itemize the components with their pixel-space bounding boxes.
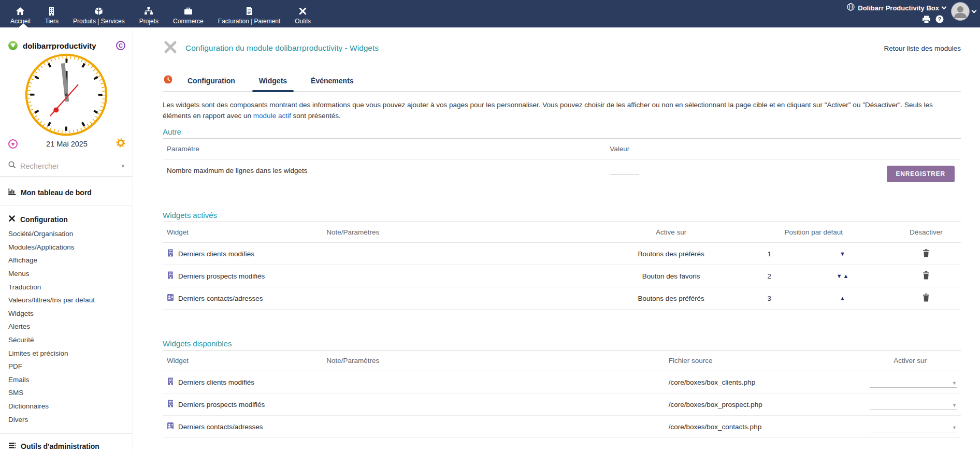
max-lines-input[interactable] <box>610 166 639 175</box>
chevron-down-icon: ▼ <box>952 381 957 386</box>
globe-icon <box>847 3 855 12</box>
table-row: Derniers clients modifiés Boutons des pr… <box>163 243 961 265</box>
move-up-icon[interactable]: ▲ <box>840 295 846 301</box>
nav-label: Tiers <box>45 18 59 25</box>
nav-item-facturation[interactable]: Facturation | Paiement <box>211 0 288 27</box>
section-heading-widgets-disponibles: Widgets disponibles <box>163 339 961 348</box>
section-heading-autre: Autre <box>163 127 961 136</box>
sidebar-section-label: Configuration <box>20 215 68 224</box>
module-clock-icon <box>164 75 172 86</box>
position-value: 2 <box>740 272 799 280</box>
table-row: Derniers prospects modifiés Bouton des f… <box>163 265 961 287</box>
tab-configuration[interactable]: Configuration <box>176 77 247 91</box>
active-menu-pointer <box>19 23 28 27</box>
chevron-down-icon <box>972 8 977 13</box>
sidebar-section-configuration[interactable]: Configuration <box>0 215 133 224</box>
sidebar-item-societe[interactable]: Société/Organisation <box>0 227 133 241</box>
widget-note <box>322 393 607 416</box>
sidebar-item-emails[interactable]: Emails <box>0 373 133 387</box>
nav-item-projets[interactable]: Projets <box>132 0 166 27</box>
sidebar-item-sms[interactable]: SMS <box>0 386 133 400</box>
nav-item-outils[interactable]: Outils <box>287 0 318 27</box>
activer-sur-select[interactable]: ▼ <box>870 399 957 410</box>
table-row: Nombre maximum de lignes dans les widget… <box>163 159 961 181</box>
column-header-parametre: Paramètre <box>163 138 606 159</box>
user-menu[interactable] <box>951 2 976 21</box>
active-sur-value: Boutons des préférés <box>607 287 736 310</box>
column-header-position: Position par défaut <box>736 222 891 243</box>
clock-settings-icon[interactable] <box>116 138 125 150</box>
sitemap-icon <box>144 6 153 16</box>
expand-icon[interactable] <box>8 41 18 50</box>
trash-icon[interactable] <box>923 271 930 280</box>
autre-table: Paramètre Valeur Nombre maximum de ligne… <box>163 138 961 182</box>
help-icon[interactable]: ? <box>935 15 944 25</box>
home-icon <box>16 6 25 16</box>
company-selector[interactable]: Dolibarr Productivity Box <box>847 3 946 12</box>
sidebar-item-traduction[interactable]: Traduction <box>0 280 133 294</box>
project-name: dolibarrproductivity <box>23 41 111 50</box>
sidebar-item-securite[interactable]: Sécurité <box>0 333 133 347</box>
widget-name: Derniers prospects modifiés <box>178 272 265 280</box>
activer-sur-select[interactable]: ▼ <box>870 421 957 432</box>
move-down-icon[interactable]: ▼ <box>840 251 846 257</box>
nav-item-produits-services[interactable]: Produits | Services <box>66 0 132 27</box>
source-file: /core/boxes/box_contacts.php <box>607 416 859 438</box>
move-up-icon[interactable]: ▲ <box>843 273 850 279</box>
nav-item-tiers[interactable]: Tiers <box>38 0 66 27</box>
position-value: 1 <box>740 250 799 258</box>
sidebar-item-limites[interactable]: Limites et précision <box>0 346 133 360</box>
move-down-icon[interactable]: ▼ <box>837 273 843 279</box>
chevron-down-icon: ▼ <box>952 425 957 430</box>
activer-sur-select[interactable]: ▼ <box>870 376 957 388</box>
tab-evenements[interactable]: Événements <box>299 77 365 91</box>
chevron-down-icon <box>942 4 947 9</box>
nav-label: Produits | Services <box>73 18 125 25</box>
bookmark-heart-icon[interactable]: ♥ <box>8 139 18 149</box>
sidebar-item-modules[interactable]: Modules/Applications <box>0 241 133 254</box>
widget-note <box>322 287 607 310</box>
sidebar-item-pdf[interactable]: PDF <box>0 360 133 373</box>
module-actif-link[interactable]: module actif <box>253 112 291 120</box>
sidebar-item-alertes[interactable]: Alertes <box>0 320 133 333</box>
building-widget-icon <box>167 271 174 281</box>
trash-icon[interactable] <box>923 294 930 302</box>
contact-widget-icon <box>167 294 174 303</box>
sidebar-item-dashboard[interactable]: Mon tableau de bord <box>0 188 133 206</box>
sidebar-section-admin-tools[interactable]: Outils d'administration <box>0 433 133 450</box>
tab-widgets[interactable]: Widgets <box>247 77 299 91</box>
trash-icon[interactable] <box>923 249 930 257</box>
search-input[interactable]: Rechercher <box>20 162 117 170</box>
svg-text:?: ? <box>938 16 941 22</box>
chevron-down-icon: ▼ <box>952 403 957 408</box>
building-widget-icon <box>167 249 174 258</box>
sidebar-item-menus[interactable]: Menus <box>0 267 133 281</box>
avatar[interactable] <box>951 2 970 21</box>
back-to-modules-link[interactable]: Retour liste des modules <box>884 45 961 52</box>
widget-name: Derniers contacts/adresses <box>178 295 263 302</box>
widget-note <box>322 416 607 438</box>
search-box[interactable]: Rechercher ▼ <box>0 161 133 177</box>
sidebar-item-affichage[interactable]: Affichage <box>0 254 133 267</box>
module-setup-icon <box>163 39 178 57</box>
widget-name: Derniers contacts/adresses <box>178 423 263 431</box>
sidebar-item-valeurs[interactable]: Valeurs/filtres/tris par défaut <box>0 294 133 307</box>
tools-icon <box>8 215 16 224</box>
widget-note <box>322 371 607 393</box>
sidebar-item-dictionnaires[interactable]: Dictionnaires <box>0 400 133 413</box>
save-button[interactable]: ENREGISTRER <box>887 166 955 182</box>
sidebar-item-widgets[interactable]: Widgets <box>0 307 133 320</box>
active-widgets-table: Widget Note/Paramètres Active sur Positi… <box>163 222 961 310</box>
top-navbar: Accueil Tiers Produits | Services Projet… <box>0 0 980 27</box>
nav-item-commerce[interactable]: Commerce <box>166 0 211 27</box>
active-sur-value: Boutons des préférés <box>607 243 736 265</box>
print-icon[interactable] <box>922 16 931 25</box>
widget-name: Derniers clients modifiés <box>178 250 254 258</box>
param-label: Nombre maximum de lignes dans les widget… <box>163 159 606 181</box>
sidebar-item-divers[interactable]: Divers <box>0 413 133 426</box>
search-icon <box>8 161 16 171</box>
widget-note <box>322 265 607 287</box>
chevron-down-icon[interactable]: ▼ <box>121 164 125 169</box>
nav-label: Commerce <box>173 18 204 25</box>
nav-label: Projets <box>139 18 158 25</box>
